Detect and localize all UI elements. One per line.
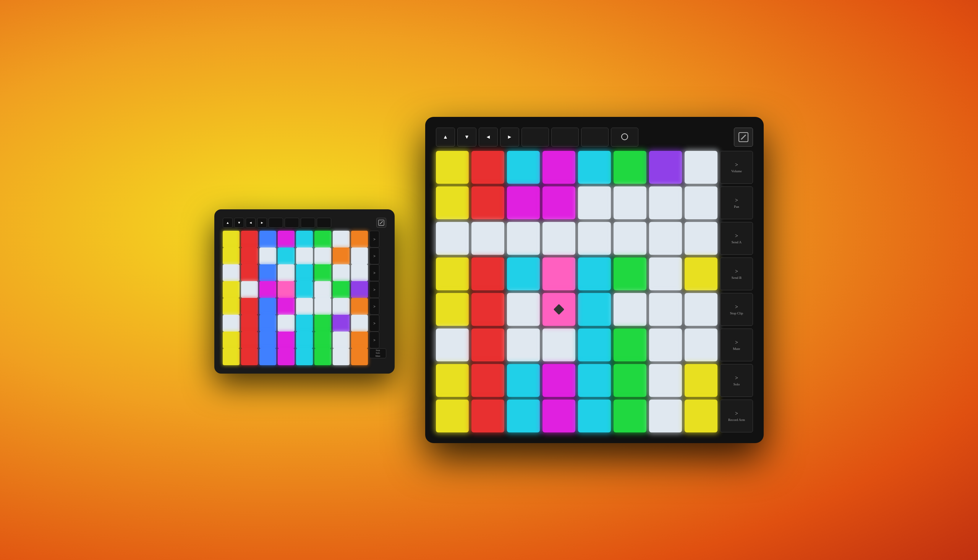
large-pad-1-0[interactable] — [436, 187, 469, 219]
large-pad-5-2[interactable] — [507, 328, 540, 362]
small-pad-3-0[interactable] — [223, 281, 240, 298]
small-pad-7-4[interactable] — [296, 348, 313, 365]
small-pad-7-3[interactable] — [278, 348, 295, 365]
large-pad-4-5[interactable] — [613, 293, 646, 326]
small-pad-2-4[interactable] — [296, 264, 313, 281]
small-pad-3-2[interactable] — [259, 281, 276, 298]
small-pad-0-7[interactable] — [351, 231, 368, 248]
large-pad-4-2[interactable] — [507, 293, 540, 326]
small-pad-7-0[interactable] — [223, 348, 240, 365]
small-pad-3-7[interactable] — [351, 281, 368, 298]
small-pad-6-3[interactable] — [278, 332, 295, 348]
small-pad-0-3[interactable] — [278, 231, 295, 248]
large-pad-5-6[interactable] — [649, 328, 682, 362]
large-side-btn-record-arm[interactable]: >Record Arm — [720, 400, 753, 432]
large-pad-6-2[interactable] — [507, 364, 540, 397]
large-pad-2-7[interactable] — [685, 222, 718, 255]
small-side-btn-4[interactable]: > — [370, 298, 379, 315]
large-pad-5-1[interactable] — [472, 328, 504, 362]
small-pad-7-5[interactable] — [315, 348, 331, 365]
large-pad-3-6[interactable] — [649, 257, 682, 290]
large-pad-4-0[interactable] — [436, 293, 469, 326]
large-pad-6-4[interactable] — [578, 364, 611, 397]
small-pad-0-0[interactable] — [223, 231, 240, 248]
large-pad-2-0[interactable] — [436, 222, 469, 255]
small-pad-4-6[interactable] — [333, 298, 350, 315]
large-up-arrow[interactable]: ▲ — [436, 128, 455, 147]
small-pad-4-0[interactable] — [223, 298, 240, 315]
small-pad-5-4[interactable] — [296, 315, 313, 332]
small-pad-1-3[interactable] — [278, 248, 295, 264]
large-pad-3-5[interactable] — [613, 257, 646, 290]
small-pad-1-6[interactable] — [333, 248, 350, 264]
large-pad-6-0[interactable] — [436, 364, 469, 397]
small-pad-2-2[interactable] — [259, 264, 276, 281]
large-pad-3-0[interactable] — [436, 257, 469, 290]
small-pad-6-0[interactable] — [223, 332, 240, 348]
small-pad-4-2[interactable] — [259, 298, 276, 315]
large-pad-2-4[interactable] — [578, 222, 611, 255]
small-pad-0-1[interactable] — [241, 231, 258, 248]
large-pad-2-1[interactable] — [472, 222, 504, 255]
large-pad-0-1[interactable] — [472, 151, 504, 184]
small-pad-0-5[interactable] — [315, 231, 331, 248]
small-pad-4-3[interactable] — [278, 298, 295, 315]
large-down-arrow[interactable]: ▼ — [457, 128, 477, 147]
large-pad-5-4[interactable] — [578, 328, 611, 362]
small-down-arrow[interactable]: ▼ — [234, 218, 244, 228]
small-pad-5-2[interactable] — [259, 315, 276, 332]
small-side-btn-1[interactable]: > — [370, 248, 379, 264]
small-pad-5-3[interactable] — [278, 315, 295, 332]
small-pad-4-4[interactable] — [296, 298, 313, 315]
small-left-arrow[interactable]: ◄ — [246, 218, 256, 228]
small-pad-5-0[interactable] — [223, 315, 240, 332]
large-pad-4-4[interactable] — [578, 293, 611, 326]
large-pad-2-5[interactable] — [613, 222, 646, 255]
large-pad-6-5[interactable] — [613, 364, 646, 397]
large-pad-1-4[interactable] — [578, 187, 611, 219]
large-pad-2-3[interactable] — [543, 222, 575, 255]
small-pad-1-1[interactable] — [241, 248, 258, 264]
large-pad-1-5[interactable] — [613, 187, 646, 219]
large-pad-1-1[interactable] — [472, 187, 504, 219]
small-pad-2-7[interactable] — [351, 264, 368, 281]
large-pad-7-1[interactable] — [472, 400, 504, 432]
small-right-arrow[interactable]: ► — [257, 218, 267, 228]
large-pad-6-3[interactable] — [543, 364, 575, 397]
large-pad-0-0[interactable] — [436, 151, 469, 184]
small-pad-7-6[interactable] — [333, 348, 350, 365]
large-pad-7-3[interactable] — [543, 400, 575, 432]
small-session-btn[interactable] — [268, 218, 283, 228]
large-logo-btn[interactable] — [734, 128, 753, 147]
large-session-btn[interactable] — [521, 128, 549, 147]
large-side-btn-solo[interactable]: >Solo — [720, 364, 753, 397]
large-pad-4-1[interactable] — [472, 293, 504, 326]
large-pad-7-5[interactable] — [613, 400, 646, 432]
large-pad-0-6[interactable] — [649, 151, 682, 184]
small-pad-7-2[interactable] — [259, 348, 276, 365]
small-pad-2-5[interactable] — [315, 264, 331, 281]
small-pad-1-4[interactable] — [296, 248, 313, 264]
small-pad-3-6[interactable] — [333, 281, 350, 298]
small-keys-btn[interactable] — [301, 218, 315, 228]
small-pad-2-0[interactable] — [223, 264, 240, 281]
large-pad-2-2[interactable] — [507, 222, 540, 255]
small-pad-7-7[interactable] — [351, 348, 368, 365]
small-pad-6-6[interactable] — [333, 332, 350, 348]
large-pad-7-2[interactable] — [507, 400, 540, 432]
small-side-btn-2[interactable]: > — [370, 264, 379, 281]
large-side-btn-pan[interactable]: >Pan — [720, 187, 753, 219]
large-note-btn[interactable] — [551, 128, 579, 147]
large-pad-5-5[interactable] — [613, 328, 646, 362]
small-stop-solo-mute[interactable]: StopSoloMute — [370, 348, 386, 358]
small-side-btn-0[interactable]: > — [370, 231, 379, 248]
small-pad-0-4[interactable] — [296, 231, 313, 248]
small-pad-0-2[interactable] — [259, 231, 276, 248]
small-pad-1-2[interactable] — [259, 248, 276, 264]
large-pad-6-1[interactable] — [472, 364, 504, 397]
large-left-arrow[interactable]: ◄ — [479, 128, 498, 147]
large-pad-7-6[interactable] — [649, 400, 682, 432]
small-pad-6-2[interactable] — [259, 332, 276, 348]
small-pad-5-1[interactable] — [241, 315, 258, 332]
large-side-btn-stop-clip[interactable]: >Stop Clip — [720, 293, 753, 326]
